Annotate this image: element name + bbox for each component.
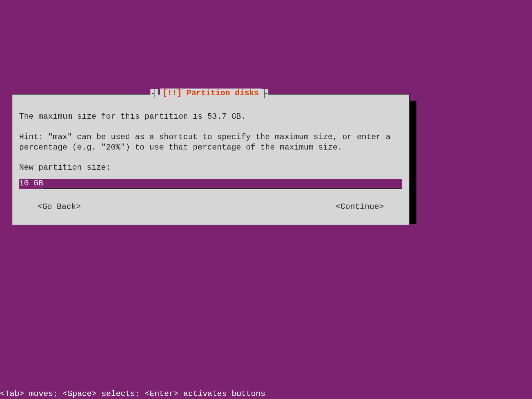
prompt-label: New partition size: [19,163,402,172]
continue-button[interactable]: <Continue> [336,202,384,211]
go-back-button[interactable]: <Go Back> [38,202,81,211]
input-remainder [43,179,402,189]
input-value: 10 GB [19,179,43,189]
info-text: The maximum size for this partition is 5… [19,111,402,122]
status-bar: <Tab> moves; <Space> selects; <Enter> ac… [0,389,532,399]
partition-size-input[interactable]: 10 GB [19,179,402,189]
title-bracket-left: ┤ [150,89,158,98]
hint-text: Hint: "max" can be used as a shortcut to… [19,132,402,153]
button-row: <Go Back> <Continue> [19,202,402,211]
dialog-title: [!!] Partition disks [160,89,262,98]
partition-dialog: ┤ [!!] Partition disks ├ The maximum siz… [12,94,410,225]
title-bracket-right: ├ [261,89,268,98]
